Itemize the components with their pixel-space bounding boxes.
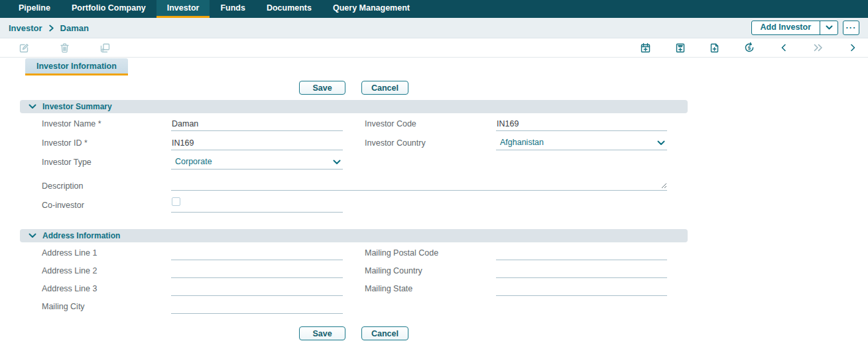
bottom-action-buttons: Save Cancel (20, 326, 688, 340)
header-actions: Add Investor ··· (751, 21, 859, 35)
description-textarea[interactable] (171, 177, 667, 191)
breadcrumb-daman: Daman (60, 23, 89, 33)
cancel-button[interactable]: Cancel (361, 81, 408, 95)
tab-strip: Investor Information (0, 58, 868, 75)
more-options-button[interactable]: ··· (843, 21, 859, 35)
collapse-chevron-icon[interactable] (29, 104, 36, 109)
top-action-buttons: Save Cancel (20, 81, 688, 95)
investor-name-input[interactable] (171, 119, 343, 131)
investor-country-select[interactable]: Afghanistan (496, 135, 667, 150)
mailing-state-input[interactable] (496, 283, 667, 296)
chevron-right-icon[interactable] (848, 43, 857, 52)
form-row: Address Line 3 Mailing State (20, 282, 688, 296)
address-line-2-label: Address Line 2 (42, 266, 171, 278)
nav-documents[interactable]: Documents (256, 0, 322, 18)
description-label: Description (42, 181, 171, 193)
investor-id-label: Investor ID * (42, 138, 171, 150)
add-investor-button[interactable]: Add Investor (752, 21, 820, 34)
section-title: Investor Summary (42, 102, 112, 111)
add-investor-split-button: Add Investor (751, 21, 838, 35)
edit-icon[interactable] (19, 42, 30, 54)
investor-country-label: Investor Country (365, 138, 496, 150)
address-line-1-label: Address Line 1 (42, 248, 171, 260)
form-row: Description (20, 177, 688, 193)
form-row: Address Line 2 Mailing Country (20, 264, 688, 278)
chevron-down-icon (333, 158, 341, 167)
mailing-postal-code-input[interactable] (496, 248, 667, 260)
investor-summary-header[interactable]: Investor Summary (20, 100, 688, 113)
collapse-chevron-icon[interactable] (29, 233, 36, 238)
delete-icon[interactable] (60, 42, 70, 54)
mailing-city-label: Mailing City (42, 302, 171, 314)
file-add-icon[interactable] (710, 42, 719, 54)
co-investor-label: Co-investor (42, 201, 171, 213)
co-investor-checkbox[interactable] (172, 197, 180, 206)
mailing-country-input[interactable] (496, 266, 667, 278)
breadcrumb-chevron-icon (48, 24, 54, 32)
address-line-1-input[interactable] (171, 248, 343, 260)
investor-form: Save Cancel Investor Summary Investor Na… (20, 81, 688, 340)
nav-investor[interactable]: Investor (156, 0, 210, 18)
address-line-2-input[interactable] (171, 266, 343, 278)
tab-investor-information[interactable]: Investor Information (25, 58, 128, 75)
resize-grip-icon[interactable] (661, 179, 667, 191)
form-row: Investor Type Corporate (20, 154, 688, 170)
save-button[interactable]: Save (299, 326, 345, 340)
tray-add-icon[interactable] (675, 42, 686, 54)
calendar-add-icon[interactable] (640, 42, 651, 54)
investor-id-input[interactable] (171, 138, 343, 150)
svg-text:$: $ (748, 45, 751, 51)
mailing-country-label: Mailing Country (365, 266, 496, 278)
investor-type-label: Investor Type (42, 158, 171, 170)
add-investor-dropdown-button[interactable] (820, 21, 837, 34)
form-row: Address Line 1 Mailing Postal Code (20, 246, 688, 260)
nav-pipeline[interactable]: Pipeline (8, 0, 61, 18)
investor-country-value: Afghanistan (500, 138, 544, 147)
save-button[interactable]: Save (299, 81, 345, 95)
duplicate-icon[interactable] (99, 42, 111, 54)
breadcrumb: Investor Daman (9, 23, 89, 33)
record-toolbar: $ (0, 38, 868, 58)
investor-name-label: Investor Name * (42, 119, 171, 131)
co-investor-field (171, 197, 343, 213)
address-information-header[interactable]: Address Information (20, 229, 688, 242)
breadcrumb-investor[interactable]: Investor (9, 23, 42, 33)
top-navigation: Pipeline Portfolio Company Investor Fund… (0, 0, 868, 18)
address-line-3-input[interactable] (171, 283, 343, 296)
section-title: Address Information (42, 231, 120, 240)
investor-type-select[interactable]: Corporate (171, 154, 343, 170)
mailing-postal-code-label: Mailing Postal Code (365, 248, 496, 260)
double-chevron-right-icon[interactable] (812, 43, 824, 52)
toolbar-right-group: $ (640, 42, 857, 54)
form-row: Investor Name * Investor Code (20, 117, 688, 131)
investor-code-label: Investor Code (365, 119, 496, 131)
toolbar-left-group (19, 42, 111, 54)
nav-query-management[interactable]: Query Management (322, 0, 420, 18)
investor-code-input[interactable] (496, 119, 667, 131)
mailing-city-input[interactable] (171, 301, 343, 314)
nav-funds[interactable]: Funds (210, 0, 256, 18)
nav-portfolio-company[interactable]: Portfolio Company (61, 0, 156, 18)
chevron-down-icon (826, 25, 833, 30)
form-row: Co-investor (20, 197, 688, 213)
chevron-down-icon (657, 138, 665, 148)
cancel-button[interactable]: Cancel (361, 326, 408, 340)
breadcrumb-bar: Investor Daman Add Investor ··· (0, 18, 868, 38)
form-row: Investor ID * Investor Country Afghanist… (20, 135, 688, 150)
form-row: Mailing City (20, 300, 688, 314)
refresh-currency-icon[interactable]: $ (743, 42, 755, 54)
chevron-left-icon[interactable] (779, 43, 788, 52)
investor-type-value: Corporate (175, 157, 212, 166)
mailing-state-label: Mailing State (365, 284, 496, 296)
address-line-3-label: Address Line 3 (42, 284, 171, 296)
